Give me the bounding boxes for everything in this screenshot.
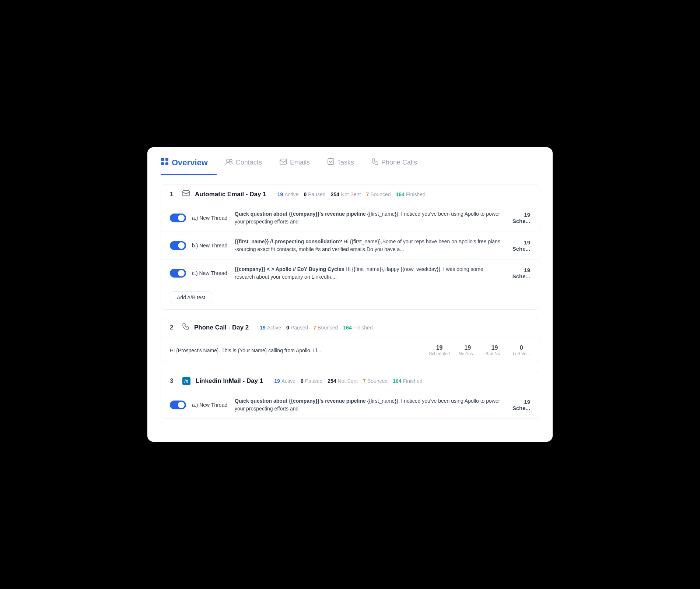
tab-overview[interactable]: Overview <box>161 158 217 175</box>
step-1-email-icon <box>182 190 190 198</box>
step-3-stat-notsent: 254 Not Sent <box>328 378 358 384</box>
step-1-stats: 19 Active 0 Paused 254 Not Sent 7 Bounce… <box>277 191 426 197</box>
step-card-3: 3 in Linkedin InMail - Day 1 19 Active 0… <box>161 371 539 419</box>
phone-stat-badnum: 19 Bad Nu... <box>486 345 504 356</box>
phone-row: Hi {Prospect's Name}. This is {Your Name… <box>161 338 539 363</box>
linkedin-variant-a-sched-label: Sche... <box>508 405 530 411</box>
tab-phone-calls-label: Phone Calls <box>381 159 417 166</box>
stat-notsent-1: 254 Not Sent <box>331 191 361 197</box>
step-3-linkedin-icon: in <box>182 377 190 385</box>
stat-active-1: 19 Active <box>277 191 299 197</box>
linkedin-variant-a-content: Quick question about {{company}}'s reven… <box>235 397 502 413</box>
variant-a-label: a.) New Thread <box>192 215 229 221</box>
svg-rect-0 <box>161 158 164 161</box>
step-3-number: 3 <box>170 377 177 385</box>
contacts-icon <box>225 158 233 167</box>
toggle-a[interactable] <box>170 214 186 222</box>
tab-tasks-label: Tasks <box>337 159 354 166</box>
step-2-header: 2 Phone Call - Day 2 19 Active 0 Paused <box>161 317 539 338</box>
svg-rect-6 <box>280 159 287 164</box>
svg-rect-8 <box>183 191 189 196</box>
phone-icon <box>372 158 378 167</box>
variant-c-sched-label: Sche... <box>508 273 530 279</box>
app-container: Overview Contacts Emails <box>147 147 553 442</box>
phone-stats: 19 Scheduled 19 No Ans... 19 Bad Nu... 0… <box>429 345 530 356</box>
variant-c-sched-num: 19 <box>508 267 530 273</box>
variant-b-sched: 19 Sche... <box>508 239 530 252</box>
stat-paused-1: 0 Paused <box>304 191 325 197</box>
linkedin-variant-a-sched-num: 19 <box>508 399 530 405</box>
step-2-stat-bounced: 7 Bounced <box>313 325 338 331</box>
step-card-1: 1 Automatic Email - Day 1 19 Active 0 <box>161 184 539 310</box>
step-3-header: 3 in Linkedin InMail - Day 1 19 Active 0… <box>161 371 539 391</box>
svg-rect-7 <box>328 159 334 165</box>
stat-bounced-1: 7 Bounced <box>366 191 391 197</box>
step-1-header: 1 Automatic Email - Day 1 19 Active 0 <box>161 184 539 204</box>
variant-a-sched: 19 Sche... <box>508 212 530 224</box>
svg-rect-2 <box>161 162 164 165</box>
variant-b-sched-num: 19 <box>508 239 530 246</box>
variant-c-subject: {{company}} < > Apollo // EoY Buying Cyc… <box>235 266 344 272</box>
add-ab-row: Add A/B test <box>161 287 539 309</box>
step-2-phone-icon <box>182 323 189 332</box>
tab-overview-label: Overview <box>172 158 208 167</box>
variant-b-subject: {{first_name}} // prospecting consolidat… <box>235 239 342 244</box>
svg-rect-3 <box>165 162 168 165</box>
variant-a-subject: Quick question about {{company}}'s reven… <box>235 211 366 217</box>
step-1-title: Automatic Email - Day 1 <box>195 191 266 198</box>
step-2-title: Phone Call - Day 2 <box>194 324 249 331</box>
linkedin-variant-a-subject: Quick question about {{company}}'s reven… <box>235 398 366 404</box>
tab-emails[interactable]: Emails <box>271 159 319 174</box>
tab-tasks[interactable]: Tasks <box>319 158 363 174</box>
phone-script: Hi {Prospect's Name}. This is {Your Name… <box>170 348 429 353</box>
step-3-stat-bounced: 7 Bounced <box>363 378 388 384</box>
linkedin-variant-a-label: a.) New Thread <box>192 402 229 408</box>
step-1-number: 1 <box>170 191 177 198</box>
tab-contacts[interactable]: Contacts <box>217 158 271 174</box>
phone-stat-noans: 19 No Ans... <box>459 345 477 356</box>
variant-c-content: {{company}} < > Apollo // EoY Buying Cyc… <box>235 265 502 281</box>
variant-a-content: Quick question about {{company}}'s reven… <box>235 210 502 226</box>
variant-b-sched-label: Sche... <box>508 246 530 252</box>
tab-contacts-label: Contacts <box>236 159 262 166</box>
phone-stat-leftvo: 0 Left Vo... <box>513 345 530 356</box>
step-2-stat-paused: 0 Paused <box>286 325 308 331</box>
variant-row-a: a.) New Thread Quick question about {{co… <box>161 204 539 232</box>
overview-icon <box>161 158 169 167</box>
step-2-stat-active: 19 Active <box>260 325 281 331</box>
variant-row-c: c.) New Thread {{company}} < > Apollo //… <box>161 260 539 287</box>
tab-phone-calls[interactable]: Phone Calls <box>363 158 426 174</box>
tasks-icon <box>328 158 334 167</box>
step-3-stat-paused: 0 Paused <box>301 378 322 384</box>
step-card-2: 2 Phone Call - Day 2 19 Active 0 Paused <box>161 317 539 363</box>
step-3-title: Linkedin InMail - Day 1 <box>196 377 263 385</box>
step-2-stats: 19 Active 0 Paused 7 Bounced 164 Finishe… <box>260 325 372 331</box>
variant-b-label: b.) New Thread <box>192 243 229 248</box>
tabs-bar: Overview Contacts Emails <box>147 147 553 175</box>
variant-row-b: b.) New Thread {{first_name}} // prospec… <box>161 232 539 260</box>
step-3-stats: 19 Active 0 Paused 254 Not Sent 7 Bounce… <box>274 378 422 384</box>
svg-point-5 <box>230 159 232 162</box>
svg-rect-1 <box>165 158 168 161</box>
add-ab-button[interactable]: Add A/B test <box>170 292 212 303</box>
step-3-stat-finished: 164 Finished <box>393 378 422 384</box>
toggle-linkedin-a[interactable] <box>170 401 186 409</box>
linkedin-variant-row-a: a.) New Thread Quick question about {{co… <box>161 391 539 419</box>
toggle-b[interactable] <box>170 241 186 250</box>
tab-emails-label: Emails <box>290 159 310 166</box>
step-3-stat-active: 19 Active <box>274 378 295 384</box>
variant-c-sched: 19 Sche... <box>508 267 530 279</box>
emails-icon <box>280 159 287 166</box>
stat-finished-1: 164 Finished <box>396 191 426 197</box>
variant-a-sched-label: Sche... <box>508 218 530 224</box>
step-2-number: 2 <box>170 324 177 331</box>
variant-a-sched-num: 19 <box>508 212 530 218</box>
toggle-c[interactable] <box>170 269 186 278</box>
variant-c-label: c.) New Thread <box>192 270 229 276</box>
variant-b-content: {{first_name}} // prospecting consolidat… <box>235 238 502 253</box>
svg-point-4 <box>227 159 230 162</box>
step-2-stat-finished: 164 Finished <box>343 325 372 331</box>
main-content: 1 Automatic Email - Day 1 19 Active 0 <box>147 175 553 419</box>
phone-stat-scheduled: 19 Scheduled <box>429 345 450 356</box>
linkedin-variant-a-sched: 19 Sche... <box>508 399 530 411</box>
